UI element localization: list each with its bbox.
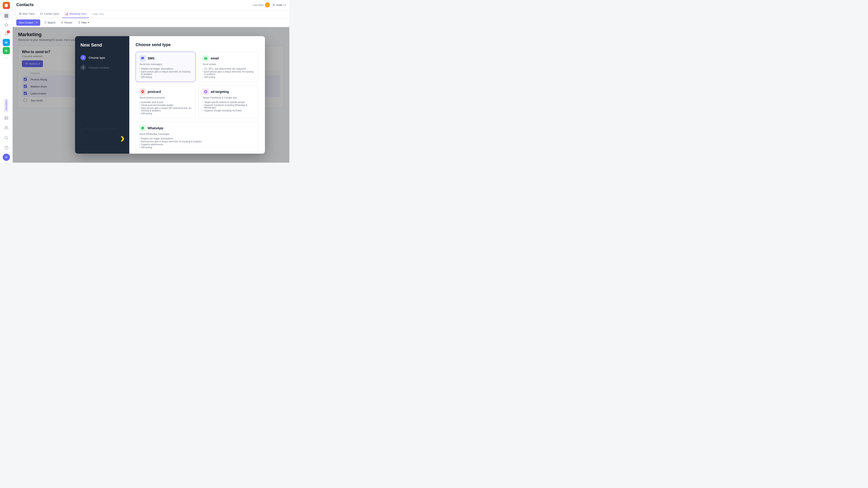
sidebar-item-grid[interactable] bbox=[2, 12, 10, 20]
send-type-sms[interactable]: SMS Send text messages Replies can trigg… bbox=[135, 52, 195, 82]
ad-bullet-1: Target specific adverts to specific peop… bbox=[203, 101, 255, 104]
ad-name: ad-targeting bbox=[211, 90, 229, 94]
tab-contact-types[interactable]: 🏷 Contact types bbox=[37, 10, 62, 18]
whatsapp-bullets: Replies can trigger automations Each per… bbox=[140, 137, 255, 149]
svg-rect-4 bbox=[6, 16, 8, 18]
sidebar-item-table[interactable] bbox=[2, 114, 10, 122]
notification-badge: 2 bbox=[7, 30, 10, 33]
header-left: Contacts ☆ bbox=[16, 2, 38, 7]
svg-rect-1 bbox=[5, 14, 6, 15]
sidebar-item-notifications[interactable]: 2 bbox=[2, 30, 10, 38]
postcard-bullet-3: Each person gets a unique QR code/short-… bbox=[140, 107, 192, 112]
search-button[interactable]: Search bbox=[42, 20, 57, 26]
decorative-lines bbox=[80, 124, 125, 140]
last-seen-info: Last seen U bbox=[253, 2, 270, 7]
sms-header: SMS bbox=[140, 55, 192, 61]
person-filter-button[interactable]: Person bbox=[59, 20, 74, 26]
whatsapp-icon bbox=[140, 125, 146, 131]
email-icon bbox=[203, 55, 209, 61]
send-type-grid: SMS Send text messages Replies can trigg… bbox=[135, 52, 258, 152]
postcard-bullets: Automatic print & post Visual postcard t… bbox=[140, 101, 192, 115]
chevron-right-icon: › bbox=[120, 131, 125, 144]
email-tagline: Send emails bbox=[203, 63, 255, 66]
favorite-star-icon[interactable]: ☆ bbox=[35, 3, 38, 7]
ad-tagline: Target Facebook & Google ads bbox=[203, 96, 255, 99]
see-plans-button[interactable]: See plans bbox=[4, 98, 8, 112]
page-header: Contacts ☆ Last seen U Invite / 1 bbox=[13, 0, 289, 10]
email-bullets: CC, BCC, and attachments are supported E… bbox=[203, 67, 255, 78]
dialog-left-panel: New Send 1 Choose type 2 Choose content bbox=[75, 36, 129, 154]
step-1[interactable]: 1 Choose type bbox=[81, 55, 124, 60]
svg-point-20 bbox=[62, 22, 63, 22]
email-name: email bbox=[211, 57, 219, 60]
step-1-num: 1 bbox=[81, 55, 86, 60]
step-1-label: Choose type bbox=[89, 56, 105, 59]
new-contact-button[interactable]: New Contact ▾ bbox=[16, 20, 40, 26]
svg-rect-2 bbox=[6, 14, 8, 15]
send-type-ad-targeting[interactable]: ad-targeting Target Facebook & Google ad… bbox=[199, 85, 258, 119]
sidebar-more[interactable]: ··· bbox=[4, 55, 8, 60]
workspace-badge-m[interactable]: M bbox=[3, 39, 10, 46]
sidebar-item-favorites[interactable] bbox=[2, 21, 10, 29]
sms-bullets: Replies can trigger automations Each per… bbox=[140, 67, 192, 78]
ad-bullet-2: Supports Facebook (including WhatsApp & … bbox=[203, 104, 255, 109]
postcard-tagline: Send printed postcards bbox=[140, 96, 192, 99]
new-contact-caret[interactable]: ▾ bbox=[35, 21, 37, 24]
postcard-icon bbox=[140, 89, 146, 95]
main-table-icon: ⊞ bbox=[19, 12, 22, 15]
email-bullet-2: Each person gets a unique short-link, fo… bbox=[203, 70, 255, 76]
sidebar-item-people[interactable] bbox=[2, 124, 10, 132]
new-send-dialog: New Send 1 Choose type 2 Choose content bbox=[75, 36, 265, 154]
svg-rect-6 bbox=[5, 116, 8, 120]
page-content: Marketing Welcome to your MarketingOS bo… bbox=[13, 27, 289, 163]
email-bullet-1: CC, BCC, and attachments are supported bbox=[203, 67, 255, 70]
dialog-title: New Send bbox=[81, 42, 124, 48]
sms-bullet-3: A/B testing bbox=[140, 76, 192, 78]
svg-point-11 bbox=[5, 136, 7, 139]
filter-caret-icon: ▾ bbox=[88, 21, 89, 24]
tab-main-table[interactable]: ⊞ Main Table bbox=[16, 10, 37, 18]
whatsapp-name: WhatsApp bbox=[148, 126, 163, 130]
sms-icon bbox=[140, 55, 146, 61]
ad-bullets: Target specific adverts to specific peop… bbox=[203, 101, 255, 112]
add-view-button[interactable]: + Add View bbox=[89, 10, 106, 18]
header-right: Last seen U Invite / 1 bbox=[253, 2, 286, 7]
ad-header: ad-targeting bbox=[203, 89, 255, 95]
whatsapp-tagline: Send WhatsApp messages bbox=[140, 133, 255, 135]
postcard-name: postcard bbox=[148, 90, 161, 94]
step-2-label: Choose content bbox=[89, 66, 109, 69]
page-title: Contacts bbox=[16, 2, 34, 7]
email-header: email bbox=[203, 55, 255, 61]
whatsapp-bullet-4: A/B testing bbox=[140, 146, 255, 149]
user-avatar[interactable]: U bbox=[3, 154, 10, 161]
step-2[interactable]: 2 Choose content bbox=[81, 65, 124, 70]
choose-send-type-title: Choose send type bbox=[135, 42, 258, 47]
svg-marker-5 bbox=[4, 23, 8, 26]
last-seen-avatar: U bbox=[265, 2, 270, 7]
send-type-whatsapp[interactable]: WhatsApp Send WhatsApp messages Replies … bbox=[135, 122, 258, 152]
sidebar: 2 M N ··· See plans bbox=[0, 0, 13, 163]
tab-bar: ⊞ Main Table 🏷 Contact types 📊 Marketing… bbox=[13, 10, 289, 18]
sidebar-item-search[interactable] bbox=[2, 134, 10, 142]
tab-marketing-view[interactable]: 📊 Marketing View bbox=[62, 10, 89, 18]
send-type-postcard[interactable]: postcard Send printed postcards Automati… bbox=[135, 85, 195, 119]
workspace-badge-n[interactable]: N bbox=[3, 47, 10, 54]
sms-bullet-1: Replies can trigger automations bbox=[140, 67, 192, 70]
invite-button[interactable]: Invite / 1 bbox=[273, 4, 286, 6]
filter-button[interactable]: Filter ▾ bbox=[76, 20, 91, 26]
svg-point-15 bbox=[273, 4, 274, 5]
app-logo[interactable] bbox=[3, 2, 10, 9]
sidebar-item-help[interactable] bbox=[2, 144, 10, 152]
send-type-email[interactable]: email Send emails CC, BCC, and attachmen… bbox=[199, 52, 258, 82]
postcard-bullet-4: A/B testing bbox=[140, 112, 192, 115]
svg-line-19 bbox=[46, 23, 46, 24]
svg-point-18 bbox=[44, 22, 46, 23]
marketing-view-icon: 📊 bbox=[65, 12, 68, 15]
whatsapp-bullet-3: Supports attachments bbox=[140, 143, 255, 146]
svg-line-12 bbox=[7, 138, 8, 139]
main-content: Contacts ☆ Last seen U Invite / 1 ⊞ Main… bbox=[13, 0, 289, 163]
whatsapp-bullet-1: Replies can trigger automations bbox=[140, 137, 255, 140]
svg-point-27 bbox=[206, 92, 206, 92]
sms-name: SMS bbox=[148, 57, 154, 60]
whatsapp-bullet-2: Each person gets a unique short-link, fo… bbox=[140, 140, 255, 143]
